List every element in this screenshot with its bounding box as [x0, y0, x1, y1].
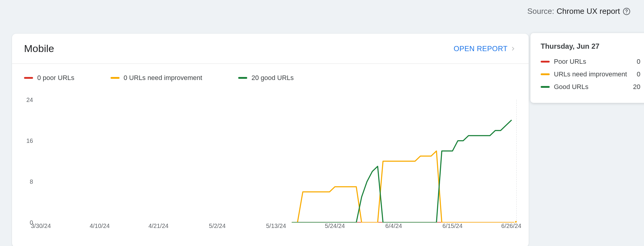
y-tick-label: 8	[21, 178, 33, 185]
tooltip-swatch-good	[541, 86, 550, 88]
legend-swatch-need	[111, 77, 120, 79]
tooltip-value-good: 20	[633, 83, 640, 91]
x-axis: 3/30/244/10/244/21/245/2/245/13/245/24/2…	[41, 223, 517, 236]
tooltip-row-need: URLs need improvement 0	[541, 70, 640, 78]
tooltip-title: Thursday, Jun 27	[541, 42, 640, 51]
source-label: Source:	[527, 7, 554, 16]
card-header: Mobile OPEN REPORT	[12, 34, 529, 64]
x-tick-label: 4/21/24	[148, 223, 169, 229]
legend-label-need: 0 URLs need improvement	[124, 74, 202, 82]
chart-plot-area[interactable]: 081624 3/30/244/10/244/21/245/2/245/13/2…	[24, 100, 517, 236]
x-tick-label: 4/10/24	[90, 223, 110, 229]
source-value: Chrome UX report	[557, 7, 620, 16]
x-tick-label: 5/2/24	[209, 223, 226, 229]
x-tick-label: 3/30/24	[31, 223, 51, 229]
y-tick-label: 24	[21, 97, 33, 103]
tooltip-label-good: Good URLs	[554, 83, 588, 91]
legend-item-poor[interactable]: 0 poor URLs	[24, 74, 74, 82]
x-tick-label: 5/24/24	[325, 223, 345, 229]
x-tick-label: 6/15/24	[442, 223, 463, 229]
chart-legend: 0 poor URLs 0 URLs need improvement 20 g…	[12, 64, 529, 82]
tooltip-value-poor: 0	[637, 58, 640, 66]
x-tick-label: 6/26/24	[501, 223, 521, 229]
legend-label-poor: 0 poor URLs	[37, 74, 74, 82]
hover-tooltip: Thursday, Jun 27 Poor URLs 0 URLs need i…	[530, 33, 644, 103]
y-tick-label: 16	[21, 137, 33, 144]
chevron-right-icon	[509, 45, 517, 52]
tooltip-label-poor: Poor URLs	[554, 58, 586, 66]
chart-svg	[41, 100, 517, 223]
legend-label-good: 20 good URLs	[251, 74, 294, 82]
legend-swatch-poor	[24, 77, 33, 79]
tooltip-label-need: URLs need improvement	[554, 70, 627, 78]
x-tick-label: 6/4/24	[385, 223, 402, 229]
legend-item-good[interactable]: 20 good URLs	[238, 74, 294, 82]
svg-point-1	[626, 13, 627, 13]
card-title: Mobile	[24, 43, 54, 54]
open-report-button[interactable]: OPEN REPORT	[454, 45, 517, 53]
tooltip-value-need: 0	[637, 70, 640, 78]
tooltip-row-poor: Poor URLs 0	[541, 58, 640, 66]
legend-item-need[interactable]: 0 URLs need improvement	[111, 74, 202, 82]
tooltip-swatch-poor	[541, 61, 550, 63]
mobile-card: Mobile OPEN REPORT 0 poor URLs 0 URLs ne…	[12, 34, 529, 246]
x-tick-label: 5/13/24	[266, 223, 286, 229]
legend-swatch-good	[238, 77, 247, 79]
source-line: Source: Chrome UX report	[527, 7, 631, 16]
help-icon[interactable]	[622, 7, 631, 16]
tooltip-row-good: Good URLs 20	[541, 83, 640, 91]
svg-point-4	[515, 220, 517, 223]
open-report-label: OPEN REPORT	[454, 45, 508, 53]
tooltip-swatch-need	[541, 73, 550, 75]
